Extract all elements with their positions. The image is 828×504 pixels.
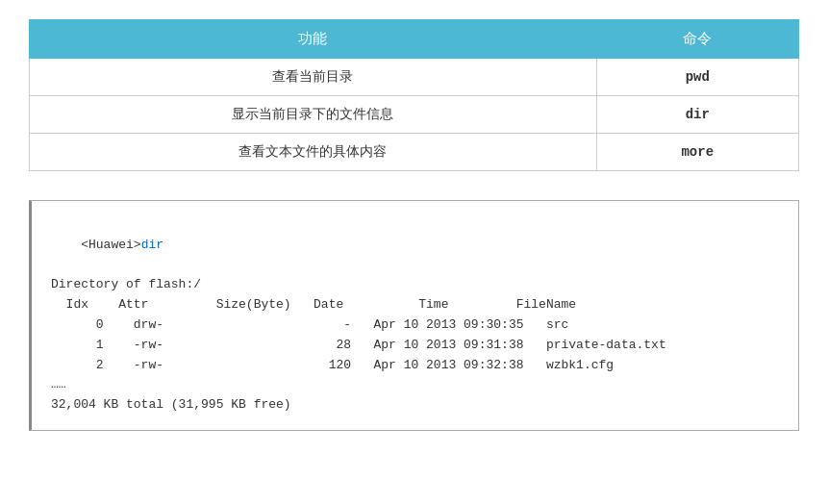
terminal-files: 0 drw- - Apr 10 2013 09:30:35 src 1 -rw-… <box>51 315 779 375</box>
table-cell-function: 查看当前目录 <box>30 59 597 96</box>
command-table: 功能 命令 查看当前目录pwd显示当前目录下的文件信息dir查看文本文件的具体内… <box>29 19 799 171</box>
terminal-command: dir <box>141 238 163 252</box>
table-row: 查看文本文件的具体内容more <box>30 134 799 171</box>
terminal-directory: Directory of flash:/ <box>51 275 779 295</box>
table-header-command: 命令 <box>596 20 798 59</box>
table-cell-function: 显示当前目录下的文件信息 <box>30 96 597 134</box>
table-cell-function: 查看文本文件的具体内容 <box>30 134 597 171</box>
terminal-file-line: 0 drw- - Apr 10 2013 09:30:35 src <box>51 315 779 336</box>
table-cell-command: dir <box>596 96 798 134</box>
table-row: 显示当前目录下的文件信息dir <box>30 96 799 134</box>
table-row: 查看当前目录pwd <box>30 59 799 96</box>
terminal-block: <Huawei>dir Directory of flash:/ Idx Att… <box>29 200 799 431</box>
table-cell-command: pwd <box>596 59 798 96</box>
terminal-header: Idx Attr Size(Byte) Date Time FileName <box>51 295 779 315</box>
terminal-prompt-line: <Huawei>dir <box>51 215 779 275</box>
terminal-summary: 32,004 KB total (31,995 KB free) <box>51 395 779 416</box>
table-header-function: 功能 <box>30 20 597 59</box>
terminal-file-line: 1 -rw- 28 Apr 10 2013 09:31:38 private-d… <box>51 336 779 356</box>
table-cell-command: more <box>596 134 798 171</box>
terminal-prompt: <Huawei> <box>81 238 140 252</box>
terminal-file-line: 2 -rw- 120 Apr 10 2013 09:32:38 wzbk1.cf… <box>51 356 779 376</box>
terminal-ellipsis: …… <box>51 375 779 395</box>
